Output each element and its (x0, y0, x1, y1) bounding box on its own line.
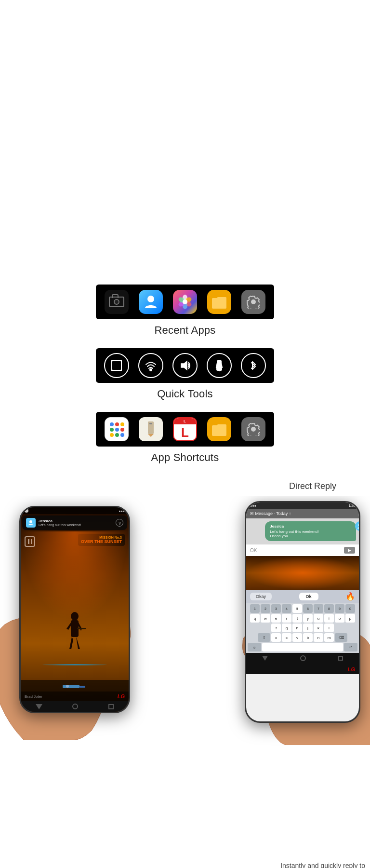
kb-key[interactable]: p (345, 614, 355, 623)
kb-key[interactable]: c (282, 633, 291, 642)
kb-key[interactable]: 2 (261, 604, 270, 613)
kb-row-zxcv: ⇧ x c v b n m ⌫ (248, 633, 357, 642)
status-bar: ●●● (21, 507, 129, 514)
kb-key[interactable]: 8 (324, 604, 334, 613)
quick-reply-row: Okay Ok 🔥 (246, 590, 359, 603)
recents-button[interactable] (108, 704, 114, 709)
kb-emoji[interactable]: ☺ (248, 643, 261, 651)
kb-key[interactable]: v (292, 633, 302, 642)
home-button[interactable] (72, 704, 78, 709)
status-bar-right: ●●● 1/20 (246, 502, 359, 509)
sound-tool-icon[interactable] (172, 352, 198, 379)
reply-bar: OK ▶ (246, 544, 359, 556)
sky-glow (21, 531, 129, 621)
kb-key[interactable]: j (303, 624, 313, 632)
kb-key[interactable]: o (335, 614, 344, 623)
kb-key-5-highlight[interactable]: 5 (292, 604, 302, 613)
back-button[interactable] (36, 704, 42, 709)
recent-apps-section: Recent Apps (96, 285, 274, 346)
svg-rect-8 (112, 361, 121, 370)
recent-apps-label: Recent Apps (155, 324, 216, 337)
kb-key[interactable]: x (271, 633, 281, 642)
files-app-icon[interactable] (206, 288, 233, 315)
kb-delete[interactable]: ⌫ (335, 633, 347, 642)
msg-line2: I need you (270, 534, 351, 538)
kb-key[interactable]: h (292, 624, 302, 632)
kb-space[interactable] (262, 643, 343, 651)
kb-key[interactable]: u (314, 614, 323, 623)
kb-key[interactable]: g (282, 624, 291, 632)
kb-key[interactable]: 6 (303, 604, 313, 613)
kb-key[interactable]: 0 (345, 604, 355, 613)
main-content: Recent Apps (0, 285, 370, 868)
kb-key[interactable]: 4 (282, 604, 291, 613)
kb-return[interactable]: ↵ (344, 643, 357, 651)
quick-reply-okay[interactable]: Okay (250, 593, 272, 600)
kb-key[interactable]: 3 (271, 604, 281, 613)
game-screen: ●●● Jessica Let's hang out this weekend! (21, 507, 129, 712)
recents-btn-right[interactable] (338, 656, 343, 661)
kb-key[interactable]: 9 (335, 604, 344, 613)
svg-point-7 (183, 299, 187, 304)
game-bg-right (246, 556, 359, 590)
kb-key[interactable]: k (314, 624, 323, 632)
svg-point-9 (150, 369, 152, 371)
svg-rect-16 (149, 423, 152, 424)
kb-key[interactable]: m (324, 633, 334, 642)
svg-marker-10 (181, 361, 187, 370)
back-btn-right[interactable] (262, 656, 268, 661)
fire-emoji: 🔥 (345, 592, 355, 601)
kb-key[interactable]: e (271, 614, 281, 623)
game-footer: Brad Joter LG (21, 692, 129, 701)
kb-key-y[interactable]: y (303, 614, 313, 623)
camera-app-icon[interactable] (103, 288, 130, 315)
home-btn-right[interactable] (300, 655, 306, 661)
send-button[interactable]: ▶ (344, 547, 355, 554)
game-area (21, 531, 129, 680)
notif-content: Jessica Let's hang out this weekend! (39, 519, 81, 527)
direct-reply-label: Direct Reply (289, 481, 336, 491)
kb-key[interactable]: 1 (250, 604, 260, 613)
settings-app-icon[interactable] (240, 288, 267, 315)
notif-chevron[interactable]: ∨ (116, 519, 123, 527)
kb-key[interactable]: q (250, 614, 260, 623)
kb-key[interactable]: f (271, 624, 281, 632)
svg-point-24 (358, 524, 360, 527)
reply-placeholder: OK (250, 548, 257, 553)
kb-key[interactable]: l (324, 624, 334, 632)
right-status: 1/20 (348, 504, 355, 507)
kb-shift[interactable]: ⇧ (258, 633, 270, 642)
app-shortcuts-section: L L (96, 412, 274, 474)
kb-key-t[interactable]: t (292, 614, 302, 623)
right-phone-frame: ●●● 1/20 ✉ Message · Today ↑ Jessica Let… (245, 501, 360, 723)
recent-apps-bar (96, 285, 274, 319)
contacts-app-icon[interactable] (137, 288, 164, 315)
kb-key[interactable]: 7 (314, 604, 323, 613)
calendar-shortcut-icon[interactable]: L L (172, 416, 198, 443)
keyboard-area[interactable]: 1 2 3 4 5 6 7 8 9 0 (246, 603, 359, 653)
google-shortcut-icon[interactable] (103, 416, 130, 443)
app-shortcuts-label: App Shortcuts (151, 451, 219, 464)
notes-shortcut-icon[interactable] (137, 416, 164, 443)
bluetooth-tool-icon[interactable] (240, 352, 267, 379)
kb-key[interactable]: i (324, 614, 334, 623)
message-bubble: Jessica Let's hang out this weekend! I n… (265, 521, 356, 541)
gun-bar (21, 680, 129, 692)
flashlight-tool-icon[interactable] (206, 352, 233, 379)
kb-key[interactable]: w (261, 614, 270, 623)
wifi-tool-icon[interactable] (137, 352, 164, 379)
photos-app-icon[interactable] (172, 288, 198, 315)
settings-shortcut-icon[interactable] (240, 416, 267, 443)
msg-line1: Let's hang out this weekend! (270, 529, 351, 534)
files-shortcut-icon[interactable] (206, 416, 233, 443)
kb-key[interactable]: b (303, 633, 313, 642)
kb-key[interactable]: r (282, 614, 291, 623)
quick-reply-ok[interactable]: Ok (299, 593, 318, 600)
left-status: ●●● (250, 504, 256, 507)
screenshot-tool-icon[interactable] (103, 352, 130, 379)
kb-key[interactable]: n (314, 633, 323, 642)
soldier-figure (63, 610, 87, 661)
notif-message: Let's hang out this weekend! (39, 523, 81, 527)
quick-tools-section: Quick Tools (96, 348, 274, 410)
kb-row-asdf: f g h j k l (248, 624, 357, 632)
